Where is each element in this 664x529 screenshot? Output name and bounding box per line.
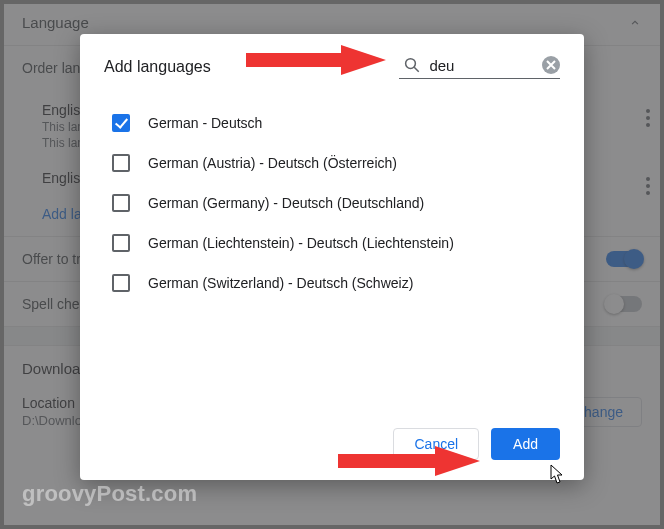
language-option-label: German (Germany) - Deutsch (Deutschland): [148, 195, 424, 211]
language-option-label: German (Austria) - Deutsch (Österreich): [148, 155, 397, 171]
add-button[interactable]: Add: [491, 428, 560, 460]
svg-line-1: [415, 67, 420, 72]
dialog-header: Add languages: [80, 34, 584, 87]
language-option[interactable]: German - Deutsch: [112, 103, 560, 143]
cancel-button[interactable]: Cancel: [393, 428, 479, 460]
checkbox[interactable]: [112, 194, 130, 212]
language-option-label: German - Deutsch: [148, 115, 262, 131]
checkbox[interactable]: [112, 274, 130, 292]
checkbox[interactable]: [112, 154, 130, 172]
checkbox[interactable]: [112, 234, 130, 252]
checkbox[interactable]: [112, 114, 130, 132]
language-option[interactable]: German (Liechtenstein) - Deutsch (Liecht…: [112, 223, 560, 263]
search-icon: [403, 56, 421, 74]
svg-point-0: [406, 59, 416, 69]
dialog-body: German - DeutschGerman (Austria) - Deuts…: [80, 87, 584, 416]
close-icon: [546, 60, 556, 70]
language-option[interactable]: German (Switzerland) - Deutsch (Schweiz): [112, 263, 560, 303]
language-option-label: German (Switzerland) - Deutsch (Schweiz): [148, 275, 413, 291]
language-option[interactable]: German (Austria) - Deutsch (Österreich): [112, 143, 560, 183]
add-languages-dialog: Add languages German - DeutschGerman (Au…: [80, 34, 584, 480]
search-field[interactable]: [399, 54, 560, 79]
watermark: groovyPost.com: [22, 481, 197, 507]
language-option-label: German (Liechtenstein) - Deutsch (Liecht…: [148, 235, 454, 251]
dialog-footer: Cancel Add: [80, 416, 584, 480]
language-option[interactable]: German (Germany) - Deutsch (Deutschland): [112, 183, 560, 223]
clear-search-button[interactable]: [542, 56, 560, 74]
search-input[interactable]: [429, 57, 534, 74]
dialog-title: Add languages: [104, 58, 211, 76]
